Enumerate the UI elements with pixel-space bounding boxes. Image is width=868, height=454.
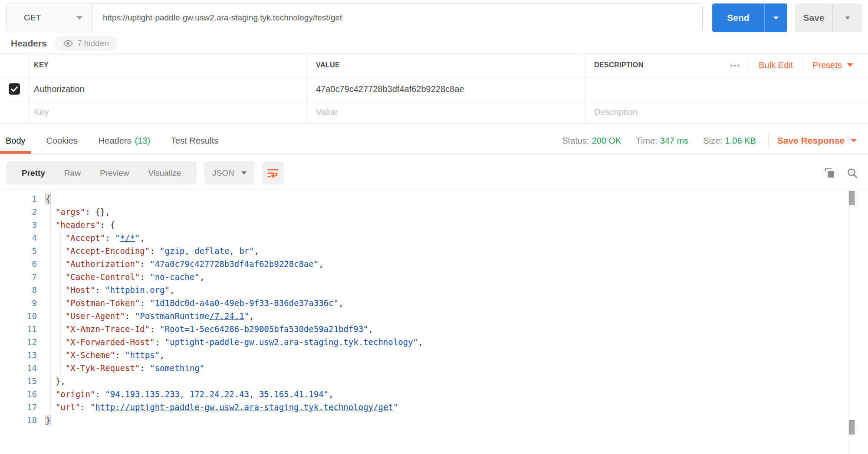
description-input[interactable]: Description	[594, 107, 638, 117]
empty-check-cell	[0, 101, 29, 123]
time-value: 347 ms	[660, 136, 689, 145]
view-tab-preview[interactable]: Preview	[90, 168, 139, 178]
headers-section-title: Headers	[11, 38, 47, 49]
url-group: GET	[6, 3, 703, 32]
url-input[interactable]	[92, 4, 702, 32]
table-row-empty: Key Value Description	[0, 101, 868, 124]
select-all-cell	[0, 53, 29, 77]
status-label: Status:	[562, 136, 589, 145]
line-content: "Host": "httpbin.org",	[46, 283, 868, 296]
chevron-down-icon	[851, 139, 857, 142]
time-badge: Time:347 ms	[636, 136, 688, 146]
save-response-button[interactable]: Save Response	[773, 135, 861, 146]
key-input[interactable]: Key	[34, 107, 49, 117]
line-content: },	[46, 375, 868, 388]
line-number: 2	[0, 205, 46, 218]
send-button[interactable]: Send	[712, 3, 764, 32]
request-bar: GET Send Save	[6, 3, 862, 32]
code-line: 15},	[0, 375, 868, 388]
code-line: 2"args": {},	[0, 205, 868, 218]
tab-headers[interactable]: Headers (13)	[93, 128, 156, 153]
line-content: "headers": {	[46, 218, 868, 231]
code-line: 7"Cache-Control": "no-cache",	[0, 270, 868, 283]
method-label: GET	[24, 13, 76, 23]
copy-button[interactable]	[820, 164, 839, 183]
line-number: 1	[0, 192, 46, 205]
line-number: 6	[0, 257, 46, 270]
line-number: 12	[0, 336, 46, 349]
response-body-editor[interactable]: 1{2"args": {},3"headers": {4"Accept": "*…	[0, 190, 868, 454]
divider	[768, 133, 769, 148]
response-actions	[817, 164, 862, 183]
hidden-headers-toggle[interactable]: 7 hidden	[55, 36, 118, 51]
search-icon	[847, 168, 858, 179]
chevron-down-icon	[241, 171, 247, 174]
line-content: "X-Amzn-Trace-Id": "Root=1-5ec64286-b290…	[46, 322, 868, 336]
time-label: Time:	[636, 136, 657, 145]
code-line: 14"X-Tyk-Request": "something"	[0, 362, 868, 375]
chevron-down-icon	[773, 16, 779, 20]
code-line: 13"X-Scheme": "https",	[0, 349, 868, 362]
column-header-key: KEY	[34, 61, 49, 69]
line-number: 18	[0, 414, 46, 427]
tab-test-results[interactable]: Test Results	[165, 128, 224, 153]
code-line: 9"Postman-Token": "1d18dc0d-a4a0-49eb-9f…	[0, 296, 868, 309]
code-line: 10"User-Agent": "PostmanRuntime/7.24.1",	[0, 309, 868, 322]
line-number: 13	[0, 349, 46, 362]
scrollbar-thumb[interactable]	[849, 420, 855, 434]
view-tab-pretty[interactable]: Pretty	[12, 168, 55, 178]
language-select[interactable]: JSON	[204, 161, 254, 184]
status-value: 200 OK	[592, 136, 621, 145]
wrap-text-button[interactable]	[262, 161, 284, 184]
line-content: "Cache-Control": "no-cache",	[46, 270, 868, 283]
code-line: 1{	[0, 192, 868, 205]
line-number: 4	[0, 231, 46, 244]
tab-headers-count: (13)	[135, 136, 150, 146]
presets-label: Presets	[812, 60, 842, 70]
save-button[interactable]: Save	[795, 3, 832, 32]
size-label: Size:	[703, 136, 722, 145]
line-number: 7	[0, 270, 46, 283]
send-split-button: Send	[712, 3, 787, 32]
save-options-button[interactable]	[832, 3, 862, 32]
tab-headers-label: Headers	[99, 136, 132, 146]
search-button[interactable]	[843, 164, 862, 183]
header-key-cell[interactable]: Authorization	[34, 84, 85, 94]
line-content: "X-Tyk-Request": "something"	[46, 362, 868, 375]
status-badge: Status:200 OK	[562, 136, 621, 146]
line-number: 16	[0, 388, 46, 401]
response-view-toolbar: Pretty Raw Preview Visualize JSON	[6, 161, 862, 184]
code-line: 16"origin": "94.193.135.233, 172.24.22.4…	[0, 388, 868, 401]
tab-body[interactable]: Body	[0, 128, 31, 153]
method-select[interactable]: GET	[7, 4, 92, 32]
presets-button[interactable]: Presets	[803, 60, 861, 70]
code-line: 8"Host": "httpbin.org",	[0, 283, 868, 296]
scrollbar-thumb[interactable]	[849, 191, 855, 205]
code-line: 18}	[0, 414, 868, 427]
header-value-cell[interactable]: 47a0c79c427728b3df4af62b9228c8ae	[316, 84, 464, 94]
send-options-button[interactable]	[764, 3, 787, 32]
view-tab-visualize[interactable]: Visualize	[138, 168, 191, 178]
line-number: 10	[0, 309, 46, 322]
code-lines: 1{2"args": {},3"headers": {4"Accept": "*…	[0, 192, 868, 427]
line-content: "origin": "94.193.135.233, 172.24.22.43,…	[46, 388, 868, 401]
column-header-value: VALUE	[316, 61, 340, 69]
more-options-button[interactable]: •••	[722, 62, 749, 69]
table-row: Authorization 47a0c79c427728b3df4af62b92…	[0, 77, 868, 101]
tab-test-results-label: Test Results	[171, 136, 218, 146]
view-tab-raw[interactable]: Raw	[55, 168, 90, 178]
copy-icon	[824, 168, 835, 179]
code-line: 3"headers": {	[0, 218, 868, 231]
view-mode-group: Pretty Raw Preview Visualize	[6, 161, 197, 184]
size-badge: Size:1.06 KB	[703, 136, 756, 146]
tab-body-label: Body	[6, 136, 26, 146]
line-content: "Accept-Encoding": "gzip, deflate, br",	[46, 244, 868, 257]
chevron-down-icon	[76, 16, 82, 20]
bulk-edit-button[interactable]: Bulk Edit	[749, 60, 802, 70]
line-content: }	[46, 414, 868, 427]
value-input[interactable]: Value	[316, 107, 338, 117]
row-checkbox[interactable]	[9, 83, 20, 95]
response-meta: Status:200 OK Time:347 ms Size:1.06 KB S…	[562, 133, 868, 148]
tab-cookies[interactable]: Cookies	[41, 128, 83, 153]
line-content: "Postman-Token": "1d18dc0d-a4a0-49eb-9f3…	[46, 296, 868, 309]
